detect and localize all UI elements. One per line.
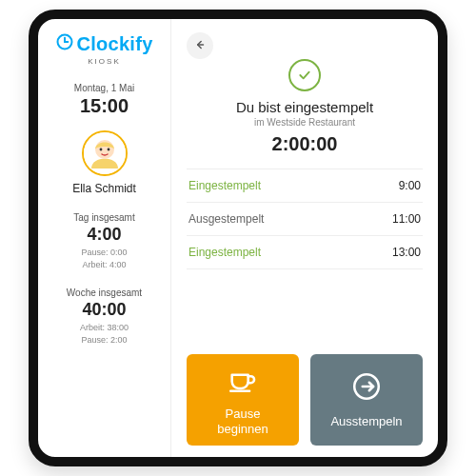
clockout-button-label: Ausstempeln [330,414,402,429]
clockout-button[interactable]: Ausstempeln [310,354,423,446]
log-label: Eingestempelt [188,179,261,192]
log-label: Eingestempelt [188,246,261,259]
brand: Clockify KIOSK [55,32,152,66]
user-name: Ella Schmidt [72,182,136,195]
log-row: Eingestempelt 13:00 [187,236,423,269]
log-row: Ausgestempelt 11:00 [187,203,423,236]
svg-point-5 [99,149,102,151]
status-title: Du bist eingestempelt [187,99,423,115]
day-total-value: 4:00 [73,225,134,245]
pause-button-label: Pause beginnen [217,407,268,438]
brand-logo-icon [55,32,74,55]
log-list: Eingestempelt 9:00 Ausgestempelt 11:00 E… [187,169,423,269]
current-date: Montag, 1 Mai [74,83,134,93]
log-time: 13:00 [392,246,421,259]
device-frame: Clockify KIOSK Montag, 1 Mai 15:00 Ella … [29,10,447,466]
day-total-block: Tag insgesamt 4:00 Pause: 0:00 Arbeit: 4… [73,212,134,270]
current-time: 15:00 [80,95,129,117]
screen: Clockify KIOSK Montag, 1 Mai 15:00 Ella … [38,19,438,457]
elapsed-time: 2:00:00 [187,133,423,155]
status-location: im Westside Restaurant [187,117,423,128]
log-time: 11:00 [392,212,421,226]
coffee-cup-icon [227,363,259,399]
log-label: Ausgestempelt [188,212,264,226]
day-total-label: Tag insgesamt [73,212,134,223]
week-total-label: Woche insgesamt [67,288,142,298]
avatar-illustration [84,132,126,174]
sidebar: Clockify KIOSK Montag, 1 Mai 15:00 Ella … [38,19,171,457]
log-row: Eingestempelt 9:00 [187,169,423,203]
action-bar: Pause beginnen Ausstempeln [187,345,423,446]
main: Du bist eingestempelt im Westside Restau… [171,19,438,457]
status-area: Du bist eingestempelt im Westside Restau… [187,59,423,155]
log-time: 9:00 [399,179,421,192]
back-button[interactable] [187,32,213,59]
week-total-value: 40:00 [67,300,142,320]
check-circle-icon [288,59,321,91]
pause-button[interactable]: Pause beginnen [187,354,299,446]
avatar[interactable] [82,130,128,176]
svg-point-6 [107,149,109,151]
logout-icon [350,370,383,407]
brand-name: Clockify [76,33,152,55]
brand-sub: KIOSK [88,57,120,66]
arrow-left-icon [193,38,207,54]
week-total-sub: Arbeit: 38:00 Pause: 2:00 [67,322,142,346]
day-total-sub: Pause: 0:00 Arbeit: 4:00 [73,247,134,270]
week-total-block: Woche insgesamt 40:00 Arbeit: 38:00 Paus… [67,288,142,346]
